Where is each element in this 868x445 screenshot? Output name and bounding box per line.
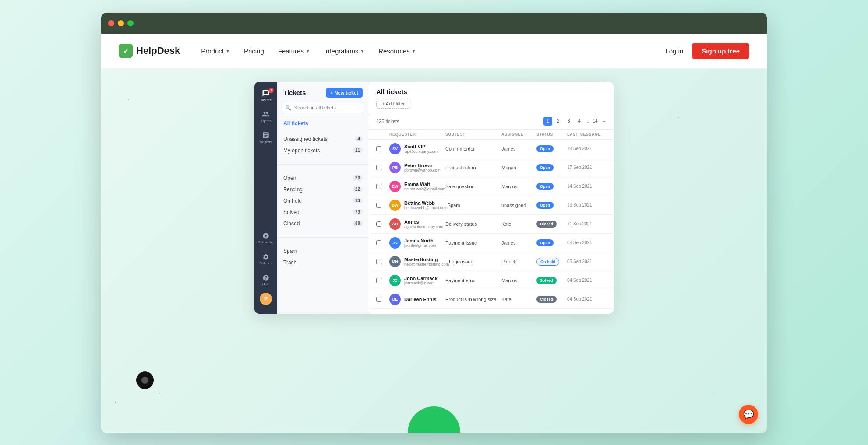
row-checkbox[interactable] [376, 259, 381, 264]
checkbox-header [376, 132, 389, 137]
closed-category[interactable]: Closed 88 [277, 218, 369, 229]
page-last[interactable]: 14 [591, 117, 600, 126]
assignee-cell: Kate [501, 221, 536, 227]
row-checkbox[interactable] [376, 146, 381, 151]
row-checkbox-cell [376, 165, 389, 170]
user-avatar[interactable]: P [260, 293, 272, 305]
requester-cell: SV Scott VIP vip@company.com [389, 143, 445, 154]
sidebar-item-agents[interactable]: Agents [257, 108, 275, 126]
status-cell: On hold [536, 258, 567, 266]
minimize-dot[interactable] [118, 20, 124, 26]
on-hold-category[interactable]: On hold 13 [277, 195, 369, 207]
add-filter-button[interactable]: + Add filter [376, 99, 410, 109]
sidebar-item-tickets[interactable]: 3 Tickets [257, 87, 275, 105]
nav-label-resources: Resources [378, 47, 410, 55]
row-checkbox[interactable] [376, 297, 381, 302]
row-checkbox-cell [376, 221, 389, 227]
page-1[interactable]: 1 [543, 117, 552, 126]
table-row[interactable]: AG Agnes agnes@company.com Delivery stat… [369, 215, 614, 234]
status-cell: Open [536, 239, 567, 246]
last-message-cell: 13 Sep 2021 [567, 203, 607, 207]
chat-widget[interactable]: 💬 [739, 405, 758, 424]
sidebar-item-help[interactable]: Help [257, 272, 275, 289]
extra-label: Trash [283, 259, 296, 266]
agents-label: Agents [261, 119, 272, 123]
assignee-cell: Megan [501, 165, 536, 170]
table-row[interactable]: EW Emma Walt emma.walt@gmail.com Sale qu… [369, 177, 614, 196]
requester-avatar: SV [389, 143, 401, 154]
table-row[interactable]: JC John Carmack jcarmack@c.com Payment e… [369, 271, 614, 290]
page-3[interactable]: 3 [565, 117, 573, 126]
sidebar-item-reports[interactable]: Reports [257, 129, 275, 147]
row-checkbox[interactable] [376, 184, 381, 189]
deco-dot: · [114, 397, 116, 406]
requester-info: Peter Brown pbrown@yahoo.com [404, 163, 441, 172]
assignee-cell: Patrick [501, 259, 536, 264]
last-message-cell: 18 Sep 2021 [567, 146, 607, 151]
row-checkbox[interactable] [376, 240, 381, 245]
deco-dot: · [127, 95, 130, 104]
table-row[interactable]: JN James North jnorth@gmail.com Payment … [369, 234, 614, 252]
tickets-table: SV Scott VIP vip@company.com Confirm ord… [369, 140, 614, 314]
open-category[interactable]: Open 20 [277, 172, 369, 184]
close-dot[interactable] [108, 20, 114, 26]
requester-avatar: DE [389, 294, 401, 305]
my-open-tickets-filter[interactable]: My open tickets 11 [277, 145, 369, 156]
maximize-dot[interactable] [127, 20, 134, 26]
tickets-badge: 3 [268, 88, 274, 93]
spam-filter[interactable]: Spam [277, 245, 369, 257]
page-4[interactable]: 4 [575, 117, 584, 126]
next-page-arrow[interactable]: → [601, 118, 607, 124]
page-2[interactable]: 2 [554, 117, 563, 126]
table-row[interactable]: DE Darleen Ennis Product is in wrong siz… [369, 290, 614, 309]
sidebar-item-settings[interactable]: Settings [257, 251, 275, 268]
table-row[interactable]: PB Peter Brown pbrown@yahoo.com Product … [369, 158, 614, 177]
tickets-main: All tickets + Add filter 125 tickets 1 2… [369, 82, 614, 314]
pending-category[interactable]: Pending 22 [277, 184, 369, 195]
chevron-down-icon: ▼ [412, 49, 416, 53]
logo[interactable]: ✓ HelpDesk [119, 44, 180, 58]
nav-links: Product ▼ Pricing Features ▼ Integration… [201, 47, 665, 55]
status-badge: Open [536, 164, 554, 171]
table-row[interactable]: BW Bettina Webb bettinawebb@gmail.com Sp… [369, 196, 614, 215]
subject-cell: Login issue [449, 259, 501, 264]
sidebar-item-subscribe[interactable]: Subscribe [257, 230, 275, 247]
nav-item-product[interactable]: Product ▼ [201, 47, 230, 55]
requester-info: Bettina Webb bettinawebb@gmail.com [404, 200, 448, 210]
nav-item-integrations[interactable]: Integrations ▼ [324, 47, 364, 55]
requester-info: Scott VIP vip@company.com [404, 144, 438, 154]
row-checkbox-cell [376, 203, 389, 208]
search-input[interactable] [282, 102, 364, 113]
nav-item-pricing[interactable]: Pricing [244, 47, 264, 55]
subscribe-icon [262, 232, 269, 239]
all-tickets-link[interactable]: All tickets [277, 118, 369, 129]
table-header: REQUESTER SUBJECT ASSIGNEE STATUS LAST M… [369, 130, 614, 140]
table-row[interactable]: SV Scott VIP vip@company.com Confirm ord… [369, 140, 614, 158]
tickets-main-title: All tickets [376, 88, 607, 95]
last-message-header: LAST MESSAGE [567, 132, 607, 137]
nav-item-features[interactable]: Features ▼ [278, 47, 310, 55]
requester-name: Scott VIP [404, 144, 438, 149]
signup-button[interactable]: Sign up free [692, 43, 749, 59]
row-checkbox[interactable] [376, 278, 381, 283]
requester-name: James North [404, 238, 436, 243]
subject-cell: Payment issue [445, 240, 501, 245]
table-row[interactable]: MH MasterHosting help@masterhosting.com … [369, 252, 614, 271]
row-checkbox[interactable] [376, 221, 381, 227]
category-label: Solved [283, 209, 300, 215]
assignee-header: ASSIGNEE [501, 132, 536, 137]
login-button[interactable]: Log in [665, 47, 683, 55]
requester-name: MasterHosting [404, 257, 449, 262]
trash-filter[interactable]: Trash [277, 257, 369, 268]
new-ticket-button[interactable]: + New ticket [326, 88, 363, 98]
nav-item-resources[interactable]: Resources ▼ [378, 47, 416, 55]
row-checkbox-cell [376, 240, 389, 245]
browser-dots [108, 20, 134, 26]
requester-cell: EW Emma Walt emma.walt@gmail.com [389, 181, 445, 192]
unassigned-tickets-filter[interactable]: Unassigned tickets 4 [277, 133, 369, 145]
category-count: 88 [353, 221, 363, 226]
row-checkbox[interactable] [376, 203, 381, 208]
settings-icon [262, 253, 269, 260]
row-checkbox[interactable] [376, 165, 381, 170]
solved-category[interactable]: Solved 79 [277, 207, 369, 218]
